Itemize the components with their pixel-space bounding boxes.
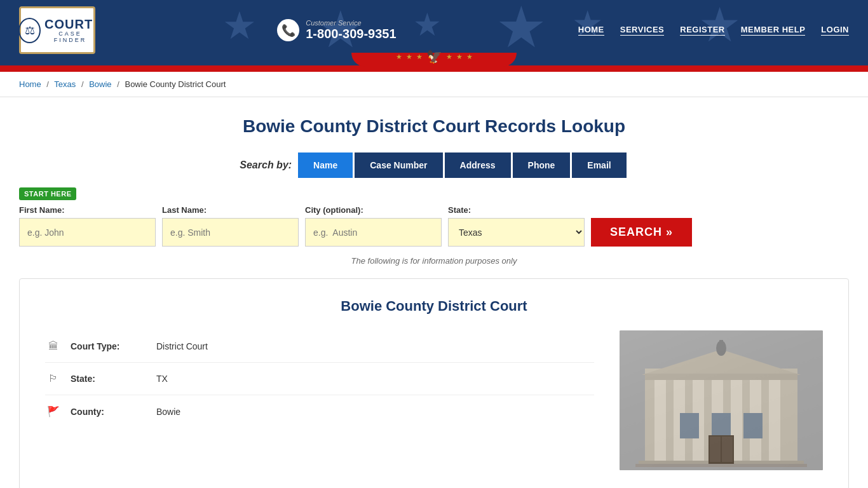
state-row: 🏳 State: TX xyxy=(45,363,594,395)
breadcrumb-home[interactable]: Home xyxy=(19,79,41,89)
eagle-icon: 🦅 xyxy=(426,49,442,64)
logo-case-finder-text: CASE FINDER xyxy=(44,30,96,43)
logo-text-area: COURT CASE FINDER xyxy=(44,18,96,43)
svg-rect-17 xyxy=(743,413,763,438)
court-info-content: 🏛 Court Type: District Court 🏳 State: TX… xyxy=(45,330,823,470)
logo-emblem: ⚖ xyxy=(18,18,41,43)
court-type-label: Court Type: xyxy=(71,341,147,351)
breadcrumb-state[interactable]: Texas xyxy=(54,79,76,89)
tab-email[interactable]: Email xyxy=(572,152,626,178)
tab-phone[interactable]: Phone xyxy=(513,152,571,178)
svg-rect-14 xyxy=(719,340,723,353)
court-type-value: District Court xyxy=(156,341,208,351)
bg-star-5: ★ xyxy=(572,3,603,44)
breadcrumb-sep-2: / xyxy=(81,79,84,89)
svg-rect-2 xyxy=(654,378,666,461)
logo-inner: ⚖ COURT CASE FINDER xyxy=(18,18,96,43)
city-group: City (optional): xyxy=(305,205,442,247)
court-type-row: 🏛 Court Type: District Court xyxy=(45,330,594,363)
pin-icon: 🚩 xyxy=(45,405,61,417)
page-title: Bowie County District Court Records Look… xyxy=(19,116,849,137)
nav-register[interactable]: REGISTER xyxy=(680,25,724,36)
star-right-3: ★ xyxy=(466,53,473,61)
county-row: 🚩 County: Bowie xyxy=(45,395,594,428)
cs-label: Customer Service xyxy=(306,19,396,27)
search-by-label: Search by: xyxy=(240,159,292,171)
court-info-title: Bowie County District Court xyxy=(45,298,823,315)
court-image xyxy=(620,330,823,470)
county-label-detail: County: xyxy=(71,407,147,417)
state-label-detail: State: xyxy=(71,374,147,384)
first-name-group: First Name: xyxy=(19,205,156,247)
court-info-box: Bowie County District Court 🏛 Court Type… xyxy=(19,278,849,488)
bg-star-3: ★ xyxy=(413,6,442,43)
nav-member-help[interactable]: MEMBER HELP xyxy=(741,25,806,36)
svg-rect-15 xyxy=(680,413,699,438)
phone-icon: 📞 xyxy=(277,19,299,41)
star-left-2: ★ xyxy=(406,53,412,61)
star-right-1: ★ xyxy=(446,53,452,61)
nav-login[interactable]: LOGIN xyxy=(821,25,849,36)
star-left-3: ★ xyxy=(416,53,423,61)
last-name-label: Last Name: xyxy=(162,205,299,215)
svg-rect-10 xyxy=(645,374,797,380)
court-image-placeholder xyxy=(620,330,823,470)
state-select[interactable]: Texas Alabama Alaska California Florida … xyxy=(448,218,585,247)
nav-home[interactable]: HOME xyxy=(578,25,604,36)
search-button[interactable]: SEARCH » xyxy=(591,218,692,247)
svg-rect-16 xyxy=(712,413,731,438)
svg-rect-12 xyxy=(635,464,807,467)
svg-rect-19 xyxy=(710,437,721,462)
customer-service: 📞 Customer Service 1-800-309-9351 xyxy=(277,19,396,41)
breadcrumb-current: Bowie County District Court xyxy=(125,79,226,89)
court-details: 🏛 Court Type: District Court 🏳 State: TX… xyxy=(45,330,594,470)
breadcrumb-county[interactable]: Bowie xyxy=(89,79,111,89)
state-label: State: xyxy=(448,205,585,215)
search-form: First Name: Last Name: City (optional): … xyxy=(19,205,849,247)
city-label: City (optional): xyxy=(305,205,442,215)
logo-court-text: COURT xyxy=(44,18,96,30)
state-value-detail: TX xyxy=(156,374,168,384)
breadcrumb-sep-1: / xyxy=(46,79,49,89)
breadcrumb-sep-3: / xyxy=(117,79,119,89)
cs-text: Customer Service 1-800-309-9351 xyxy=(306,19,396,41)
logo-box: ⚖ COURT CASE FINDER xyxy=(19,6,95,54)
last-name-group: Last Name: xyxy=(162,205,299,247)
city-input[interactable] xyxy=(305,218,442,247)
first-name-label: First Name: xyxy=(19,205,156,215)
start-here-badge: START HERE xyxy=(19,187,76,200)
star-right-2: ★ xyxy=(456,53,463,61)
logo-area: ⚖ COURT CASE FINDER xyxy=(19,6,95,54)
last-name-input[interactable] xyxy=(162,218,299,247)
courthouse-icon: 🏛 xyxy=(45,341,61,352)
info-note: The following is for information purpose… xyxy=(19,256,849,266)
bg-star-4: ★ xyxy=(496,0,547,60)
main-content: Bowie County District Court Records Look… xyxy=(0,97,868,488)
tab-case-number[interactable]: Case Number xyxy=(355,152,442,178)
search-tabs-row: Search by: Name Case Number Address Phon… xyxy=(19,152,849,178)
cs-number: 1-800-309-9351 xyxy=(306,27,396,41)
svg-rect-20 xyxy=(722,437,733,462)
main-nav: HOME SERVICES REGISTER MEMBER HELP LOGIN xyxy=(578,25,849,36)
county-value-detail: Bowie xyxy=(156,407,180,417)
star-left-1: ★ xyxy=(396,53,402,61)
flag-icon: 🏳 xyxy=(45,373,61,384)
building-svg xyxy=(620,330,823,470)
bg-star-1: ★ xyxy=(222,3,257,48)
nav-services[interactable]: SERVICES xyxy=(620,25,665,36)
first-name-input[interactable] xyxy=(19,218,156,247)
tab-address[interactable]: Address xyxy=(445,152,511,178)
tab-name[interactable]: Name xyxy=(298,152,353,178)
search-form-area: START HERE First Name: Last Name: City (… xyxy=(19,187,849,247)
breadcrumb: Home / Texas / Bowie / Bowie County Dist… xyxy=(0,72,868,97)
svg-rect-8 xyxy=(769,378,780,461)
state-group: State: Texas Alabama Alaska California F… xyxy=(448,205,585,247)
